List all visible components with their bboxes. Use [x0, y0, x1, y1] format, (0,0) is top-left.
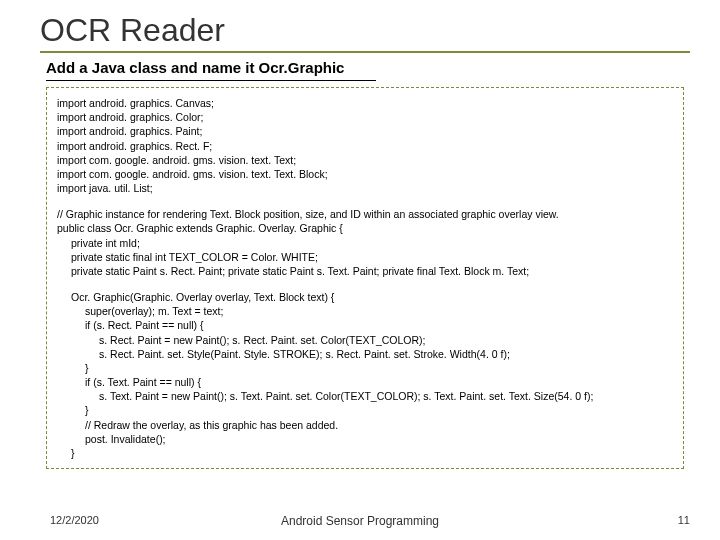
footer-date: 12/2/2020 — [50, 514, 99, 526]
title-underline — [40, 51, 690, 53]
code-line: s. Text. Paint = new Paint(); s. Text. P… — [57, 389, 673, 403]
code-line: private int mId; — [57, 236, 673, 250]
slide-subtitle: Add a Java class and name it Ocr.Graphic — [46, 59, 690, 76]
code-line: import android. graphics. Color; — [57, 110, 673, 124]
code-line: // Graphic instance for rendering Text. … — [57, 207, 673, 221]
code-line: private static final int TEXT_COLOR = Co… — [57, 250, 673, 264]
code-box: import android. graphics. Canvas; import… — [46, 87, 684, 469]
code-line: import android. graphics. Canvas; — [57, 96, 673, 110]
footer-title: Android Sensor Programming — [281, 514, 439, 528]
footer-page: 11 — [678, 514, 690, 526]
code-line: import com. google. android. gms. vision… — [57, 153, 673, 167]
slide-footer: 12/2/2020 Android Sensor Programming 11 — [0, 514, 720, 526]
code-line: import android. graphics. Paint; — [57, 124, 673, 138]
subtitle-underline — [46, 80, 376, 81]
slide-title: OCR Reader — [40, 12, 690, 49]
code-line: import java. util. List; — [57, 181, 673, 195]
code-line: s. Rect. Paint = new Paint(); s. Rect. P… — [57, 333, 673, 347]
code-line: import com. google. android. gms. vision… — [57, 167, 673, 181]
code-line: } — [57, 361, 673, 375]
code-line: // Redraw the overlay, as this graphic h… — [57, 418, 673, 432]
code-line: } — [57, 446, 673, 460]
code-line: post. Invalidate(); — [57, 432, 673, 446]
code-line: } — [57, 403, 673, 417]
code-line: public class Ocr. Graphic extends Graphi… — [57, 221, 673, 235]
code-line: if (s. Text. Paint == null) { — [57, 375, 673, 389]
code-line: Ocr. Graphic(Graphic. Overlay overlay, T… — [57, 290, 673, 304]
code-line: private static Paint s. Rect. Paint; pri… — [57, 264, 673, 278]
code-line: import android. graphics. Rect. F; — [57, 139, 673, 153]
code-line: if (s. Rect. Paint == null) { — [57, 318, 673, 332]
code-line: super(overlay); m. Text = text; — [57, 304, 673, 318]
code-line: s. Rect. Paint. set. Style(Paint. Style.… — [57, 347, 673, 361]
